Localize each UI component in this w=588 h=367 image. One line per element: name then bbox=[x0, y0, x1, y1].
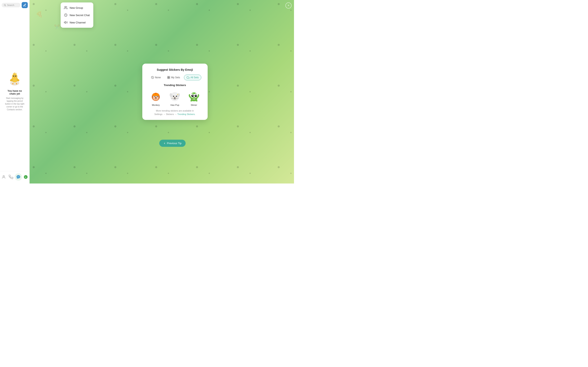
new-channel-label: New Channel bbox=[70, 21, 86, 24]
trending-title: Trending Stickers bbox=[146, 83, 204, 87]
tab-all-sets[interactable]: All Sets bbox=[184, 75, 201, 80]
svg-point-0 bbox=[4, 4, 6, 6]
my-sets-icon bbox=[167, 76, 170, 79]
svg-point-13 bbox=[18, 176, 18, 177]
sidebar-header: Search bbox=[0, 0, 29, 10]
tab-my-sets-label: My Sets bbox=[171, 76, 180, 79]
svg-line-1 bbox=[5, 6, 6, 6]
compose-button[interactable] bbox=[22, 2, 28, 8]
svg-point-128 bbox=[191, 95, 194, 97]
svg-point-108 bbox=[155, 93, 156, 94]
svg-point-130 bbox=[192, 95, 193, 96]
previous-tip-button[interactable]: Previous Tip bbox=[159, 140, 186, 147]
sticker-row: Monkey bbox=[146, 90, 204, 106]
new-secret-chat-item[interactable]: New Secret Chat bbox=[61, 11, 93, 19]
svg-rect-89 bbox=[167, 76, 168, 77]
person-icon bbox=[1, 175, 6, 179]
sidebar-bottom-nav: L bbox=[0, 171, 29, 184]
svg-point-118 bbox=[176, 96, 177, 96]
svg-point-11 bbox=[3, 175, 4, 177]
tab-none[interactable]: None bbox=[148, 75, 164, 80]
group-icon bbox=[64, 6, 68, 9]
main-area: 🍕 ✂️ 🎂 🎈 🍺 🚀 🎁 🌵 🍩 🎭 🔧 🎵 🏆 🎮 🌍 🎪 🦄 🎃 🐙 🍦… bbox=[30, 0, 294, 184]
sticker-hao-pup[interactable]: ✦ Hao Pup bbox=[168, 90, 181, 106]
monkey-label: Monkey bbox=[152, 104, 160, 106]
svg-rect-90 bbox=[169, 76, 170, 77]
svg-point-6 bbox=[15, 75, 16, 77]
search-bar[interactable]: Search bbox=[2, 3, 20, 7]
nav-profile[interactable] bbox=[0, 173, 7, 181]
modal-title: Suggest Stickers By Emoji bbox=[146, 68, 204, 71]
svg-point-104 bbox=[155, 98, 156, 98]
close-icon: × bbox=[287, 4, 289, 7]
sticker-monkey[interactable]: Monkey bbox=[149, 90, 162, 106]
sticker-modal: Suggest Stickers By Emoji None My Sets bbox=[142, 64, 208, 120]
empty-chat-title: You have no chats yet bbox=[4, 90, 25, 95]
svg-point-101 bbox=[155, 96, 155, 96]
hao-pup-sticker: ✦ bbox=[168, 90, 181, 103]
suggest-tabs: None My Sets All Sets bbox=[146, 75, 204, 80]
tab-none-label: None bbox=[155, 76, 161, 79]
svg-point-102 bbox=[157, 96, 158, 96]
contacts-icon: L bbox=[24, 175, 28, 179]
svg-point-129 bbox=[195, 95, 197, 97]
phone-icon bbox=[9, 175, 13, 179]
hao-pup-label: Hao Pup bbox=[171, 104, 179, 106]
cloud-icon bbox=[187, 76, 190, 79]
svg-rect-132 bbox=[193, 99, 194, 100]
nav-contacts[interactable]: L bbox=[22, 173, 29, 181]
svg-point-115 bbox=[173, 96, 174, 97]
dropdown-menu: New Group New Secret Chat New Channel bbox=[61, 2, 93, 28]
slimer-sticker bbox=[187, 90, 200, 103]
svg-text:✂️: ✂️ bbox=[54, 24, 60, 30]
monkey-sticker bbox=[149, 90, 162, 103]
svg-point-14 bbox=[19, 176, 19, 177]
prev-tip-label: Previous Tip bbox=[167, 142, 182, 145]
sticker-slimer[interactable]: Slimer bbox=[187, 90, 200, 106]
none-icon bbox=[151, 76, 154, 79]
search-placeholder: Search bbox=[7, 4, 14, 6]
close-button[interactable]: × bbox=[285, 2, 292, 8]
trending-stickers-link[interactable]: Trending Stickers. bbox=[177, 113, 195, 115]
svg-point-7 bbox=[14, 76, 14, 76]
svg-text:🍕: 🍕 bbox=[36, 11, 43, 18]
tab-all-sets-label: All Sets bbox=[190, 76, 199, 79]
svg-point-120 bbox=[174, 98, 176, 99]
empty-chat-desc: Start messaging by tapping the pencil bu… bbox=[4, 97, 25, 111]
sidebar: Search bbox=[0, 0, 30, 184]
slimer-label: Slimer bbox=[191, 104, 197, 106]
svg-point-116 bbox=[176, 96, 177, 97]
more-stickers-text: More trending stickers are available in … bbox=[146, 109, 204, 116]
svg-rect-92 bbox=[169, 78, 170, 79]
svg-text:✦: ✦ bbox=[177, 94, 178, 95]
tab-my-sets[interactable]: My Sets bbox=[164, 75, 182, 80]
nav-chats[interactable] bbox=[15, 173, 22, 181]
svg-point-8 bbox=[16, 76, 16, 76]
empty-chat-area: You have no chats yet Start messaging by… bbox=[0, 10, 29, 171]
svg-point-5 bbox=[13, 75, 14, 77]
svg-point-86 bbox=[65, 6, 66, 8]
new-group-item[interactable]: New Group bbox=[61, 4, 93, 11]
svg-marker-88 bbox=[64, 21, 66, 24]
new-secret-chat-label: New Secret Chat bbox=[70, 14, 90, 17]
channel-icon bbox=[64, 21, 68, 24]
chat-bubble-icon bbox=[16, 175, 21, 179]
chevron-left-icon bbox=[163, 142, 166, 145]
new-group-label: New Group bbox=[70, 6, 83, 9]
svg-text:L: L bbox=[25, 176, 26, 178]
secret-chat-icon bbox=[64, 13, 68, 17]
chick-icon bbox=[7, 70, 23, 87]
svg-point-4 bbox=[12, 74, 17, 79]
svg-rect-91 bbox=[167, 78, 168, 79]
svg-rect-133 bbox=[194, 99, 195, 100]
search-icon bbox=[4, 4, 6, 6]
svg-point-105 bbox=[156, 98, 156, 98]
nav-calls[interactable] bbox=[7, 173, 15, 181]
new-channel-item[interactable]: New Channel bbox=[61, 19, 93, 26]
svg-point-131 bbox=[196, 95, 196, 96]
svg-point-12 bbox=[17, 176, 18, 177]
compose-icon bbox=[23, 3, 26, 7]
svg-point-117 bbox=[173, 96, 174, 96]
